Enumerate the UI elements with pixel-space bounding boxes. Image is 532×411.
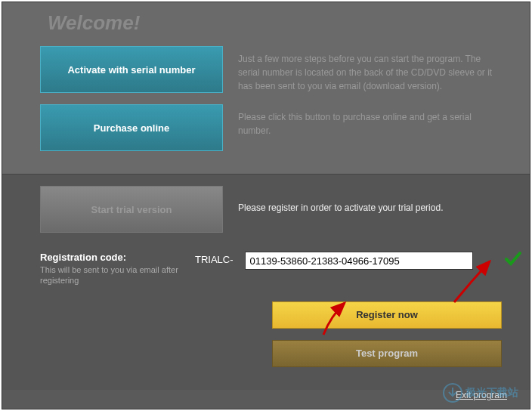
registration-dialog: Welcome! Activate with serial number Jus… <box>2 2 530 409</box>
activate-serial-button[interactable]: Activate with serial number <box>40 46 223 93</box>
checkmark-icon <box>504 250 522 271</box>
registration-label-block: Registration code: This will be sent to … <box>40 252 184 286</box>
registration-row: Registration code: This will be sent to … <box>40 252 515 286</box>
registration-code-input[interactable] <box>245 252 473 270</box>
options-section: Welcome! Activate with serial number Jus… <box>2 2 530 174</box>
trial-section: Start trial version Please register in o… <box>2 174 530 390</box>
purchase-description: Please click this button to purchase onl… <box>238 104 515 138</box>
activate-row: Activate with serial number Just a few m… <box>2 46 530 104</box>
trial-row: Start trial version Please register in o… <box>40 186 515 233</box>
registration-code-label: Registration code: <box>40 252 184 263</box>
test-program-button[interactable]: Test program <box>272 340 502 367</box>
activate-description: Just a few more steps before you can sta… <box>238 46 515 93</box>
purchase-row: Purchase online Please click this button… <box>2 104 530 162</box>
register-row: Register now <box>40 301 515 329</box>
register-now-button[interactable]: Register now <box>272 301 502 329</box>
test-row: Test program <box>40 340 515 367</box>
trial-description: Please register in order to activate you… <box>238 186 515 213</box>
watermark-icon <box>443 383 462 403</box>
watermark-text: 极光下载站 <box>466 386 518 398</box>
start-trial-button[interactable]: Start trial version <box>40 186 223 233</box>
registration-sublabel: This will be sent to you via email after… <box>40 264 184 286</box>
welcome-title: Welcome! <box>2 2 530 46</box>
registration-prefix: TRIALC- <box>195 254 234 265</box>
purchase-online-button[interactable]: Purchase online <box>40 104 223 151</box>
watermark: 极光下载站 <box>443 383 518 403</box>
